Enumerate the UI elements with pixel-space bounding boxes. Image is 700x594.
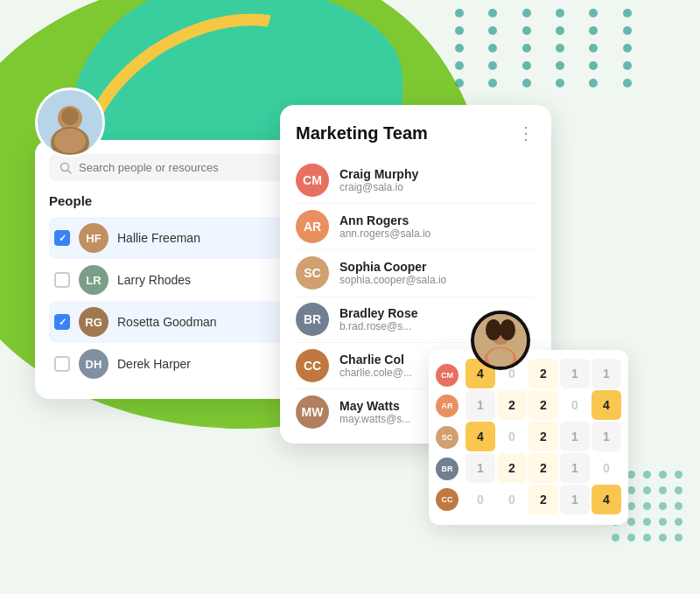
person-checkbox[interactable] (54, 272, 70, 288)
grid-cell: 1 (560, 453, 590, 483)
grid-cell: 2 (528, 359, 558, 388)
grid-cell: 4 (592, 390, 621, 420)
svg-point-13 (500, 319, 515, 340)
team-member-email: sophia.cooper@sala.io (340, 274, 536, 286)
grid-cell: 0 (592, 453, 621, 483)
grid-row: 40211 (466, 422, 621, 451)
grid-cell: 0 (497, 485, 527, 514)
grid-cell: 2 (528, 390, 558, 420)
svg-line-7 (68, 170, 72, 173)
person-item[interactable]: HFHallie Freeman (49, 217, 284, 259)
team-member-row[interactable]: SCSophia Coopersophia.cooper@sala.io (296, 250, 536, 297)
person-item[interactable]: LRLarry Rhodes (49, 259, 284, 301)
grid-cell: 4 (466, 422, 495, 451)
panel-title: Marketing Team (296, 123, 428, 143)
grid-row: 00214 (466, 485, 621, 514)
grid-cell: 1 (560, 422, 590, 451)
search-icon (60, 162, 72, 174)
person-name: Derek Harper (117, 357, 191, 371)
floating-avatar (471, 311, 530, 370)
grid-cell: 2 (497, 453, 527, 483)
team-member-email: ann.rogers@sala.io (340, 227, 536, 240)
panel-menu-dots[interactable]: ⋮ (517, 122, 536, 143)
grid-cell: 1 (592, 359, 621, 388)
data-grid-cells: 4021112204402111221000214 (466, 359, 621, 516)
team-member-avatar: CM (296, 164, 329, 197)
svg-point-5 (54, 129, 86, 153)
person-checkbox[interactable] (54, 356, 70, 372)
team-member-info: Ann Rogersann.rogers@sala.io (340, 213, 536, 240)
grid-cell: 2 (528, 453, 558, 483)
grid-small-avatar: BR (436, 458, 458, 480)
grid-avatar-column: CMARSCBRCC (436, 359, 462, 516)
grid-small-avatar: CC (436, 488, 458, 511)
team-member-name: Ann Rogers (340, 213, 536, 227)
person-item[interactable]: RGRosetta Goodman (49, 301, 284, 343)
person-checkbox[interactable] (54, 230, 70, 246)
search-bar[interactable] (49, 154, 284, 181)
search-input[interactable] (79, 161, 273, 174)
grid-cell: 0 (560, 390, 590, 420)
person-avatar: RG (79, 307, 108, 337)
team-member-row[interactable]: ARAnn Rogersann.rogers@sala.io (296, 204, 536, 250)
panel-header: Marketing Team ⋮ (296, 122, 536, 143)
team-member-email: craig@sala.io (340, 181, 536, 193)
grid-cell: 1 (560, 359, 590, 388)
grid-cell: 0 (497, 422, 527, 451)
svg-point-3 (61, 108, 79, 125)
team-member-name: Sophia Cooper (340, 260, 536, 274)
grid-cell: 4 (592, 485, 621, 514)
person-name: Rosetta Goodman (117, 315, 217, 329)
grid-cell: 0 (466, 485, 495, 514)
person-name: Hallie Freeman (117, 231, 200, 245)
team-member-avatar: BR (296, 303, 329, 336)
team-member-info: Craig Murphycraig@sala.io (340, 167, 536, 193)
grid-cell: 1 (466, 390, 495, 420)
grid-cell: 1 (592, 422, 621, 451)
team-member-avatar: AR (296, 210, 329, 243)
person-item[interactable]: DHDerek Harper (49, 343, 284, 385)
grid-small-avatar: AR (436, 395, 458, 417)
grid-cell: 1 (560, 485, 590, 514)
person-avatar: DH (79, 349, 108, 379)
people-panel: People HFHallie FreemanLRLarry RhodesRGR… (35, 140, 298, 399)
person-avatar: HF (79, 223, 108, 253)
svg-point-11 (487, 348, 514, 367)
grid-small-avatar: SC (436, 426, 458, 449)
user-avatar-topleft (35, 87, 105, 157)
team-member-avatar: CC (296, 349, 329, 382)
team-member-avatar: SC (296, 256, 329, 290)
grid-row: 12204 (466, 390, 621, 420)
team-member-info: Sophia Coopersophia.cooper@sala.io (340, 260, 536, 286)
grid-cell: 2 (528, 485, 558, 514)
grid-cell: 2 (528, 422, 558, 451)
grid-cell: 1 (466, 453, 495, 483)
person-avatar: LR (79, 265, 108, 295)
grid-small-avatar: CM (436, 364, 458, 387)
person-checkbox[interactable] (54, 314, 70, 330)
data-grid-panel: CMARSCBRCC 4021112204402111221000214 (429, 350, 628, 525)
floating-face-svg (474, 314, 527, 367)
team-member-avatar: MW (296, 395, 329, 429)
people-list: HFHallie FreemanLRLarry RhodesRGRosetta … (49, 217, 284, 385)
team-member-row[interactable]: CMCraig Murphycraig@sala.io (296, 157, 536, 204)
people-heading: People (49, 193, 284, 208)
svg-point-12 (486, 319, 501, 340)
grid-cell: 2 (497, 390, 527, 420)
grid-row: 12210 (466, 453, 621, 483)
person-name: Larry Rhodes (117, 273, 191, 287)
user-face-svg (38, 90, 102, 155)
team-member-name: Craig Murphy (340, 167, 536, 181)
